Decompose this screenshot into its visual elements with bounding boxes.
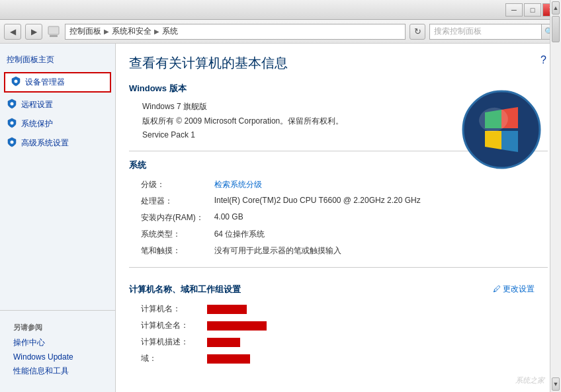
maximize-button[interactable]: □ xyxy=(524,3,541,17)
performance-label: 性能信息和工具 xyxy=(13,366,69,377)
scroll-thumb[interactable] xyxy=(552,16,560,42)
pc-key-name: 计算机名： xyxy=(136,301,202,317)
breadcrumb-part3: 系统 xyxy=(162,26,178,37)
sidebar-item-action-center[interactable]: 操作中心 xyxy=(7,335,108,350)
svg-point-2 xyxy=(15,80,18,83)
pc-value-name xyxy=(202,301,548,317)
scroll-up-icon: ▲ xyxy=(552,2,559,14)
sidebar-item-advanced[interactable]: 高级系统设置 xyxy=(0,134,115,153)
sidebar: 控制面板主页 设备管理器 xyxy=(0,44,116,392)
svg-point-3 xyxy=(11,102,14,106)
search-input[interactable]: 搜索控制面板 xyxy=(429,24,542,40)
shield-icon-device xyxy=(11,76,21,89)
table-row: 安装内存(RAM)： 4.00 GB xyxy=(136,210,455,226)
redacted-computer-fullname xyxy=(207,321,267,331)
system-table: 分级： 检索系统分级 处理器： Intel(R) Core(TM)2 Duo C… xyxy=(136,176,455,259)
scroll-down-icon: ▼ xyxy=(552,378,559,390)
scrollbar[interactable]: ▲ ▼ xyxy=(550,0,561,392)
svg-rect-0 xyxy=(48,26,59,34)
change-settings-link[interactable]: 🖊 更改设置 xyxy=(493,284,535,295)
table-row: 处理器： Intel(R) Core(TM)2 Duo CPU T6600 @ … xyxy=(136,193,455,210)
system-rating-link[interactable]: 检索系统分级 xyxy=(214,180,262,189)
scroll-up-button[interactable]: ▲ xyxy=(552,1,560,15)
pc-section-header: 计算机名称、域和工作组设置 🖊 更改设置 xyxy=(129,276,548,301)
pc-key-domain: 域： xyxy=(136,350,202,367)
table-row: 笔和触摸： 没有可用于此显示器的笔或触摸输入 xyxy=(136,243,455,259)
also-see-section: 另请参阅 操作中心 Windows Update 性能信息和工具 xyxy=(0,310,115,385)
breadcrumb-arrow2: ▶ xyxy=(154,28,159,35)
pc-key-desc: 计算机描述： xyxy=(136,334,202,350)
addressbar: ◀ ▶ 控制面板 ▶ 系统和安全 ▶ 系统 ↻ 搜索控制面板 🔍 xyxy=(0,20,561,44)
sidebar-item-label-remote: 远程设置 xyxy=(21,99,53,110)
change-settings-label: 更改设置 xyxy=(503,284,535,294)
page-title: 查看有关计算机的基本信息 xyxy=(129,54,548,72)
search-placeholder: 搜索控制面板 xyxy=(434,26,482,37)
system-key-rating: 分级： xyxy=(136,176,209,193)
pc-value-desc xyxy=(202,334,548,350)
home-label: 控制面板主页 xyxy=(7,54,54,65)
table-row: 系统类型： 64 位操作系统 xyxy=(136,226,455,243)
help-icon[interactable]: ? xyxy=(540,54,546,66)
shield-icon-protection xyxy=(7,118,17,130)
system-key-cpu: 处理器： xyxy=(136,193,209,210)
table-row: 域： xyxy=(136,350,548,367)
watermark: 系统之家 xyxy=(515,375,544,385)
sidebar-item-protection[interactable]: 系统保护 xyxy=(0,114,115,134)
table-row: 计算机名： xyxy=(136,301,548,317)
minimize-button[interactable]: ─ xyxy=(505,3,523,17)
divider-system xyxy=(129,267,548,268)
svg-rect-1 xyxy=(50,35,58,37)
breadcrumb-arrow1: ▶ xyxy=(104,28,109,35)
sidebar-item-label-device: 设备管理器 xyxy=(25,77,65,88)
content-area: ? 查看有关计算机的基本信息 Windows 版 xyxy=(116,44,561,392)
refresh-button[interactable]: ↻ xyxy=(410,24,425,40)
table-row: 分级： 检索系统分级 xyxy=(136,176,455,193)
change-settings-icon: 🖊 xyxy=(493,284,503,294)
main-layout: 控制面板主页 设备管理器 xyxy=(0,44,561,392)
windows-logo xyxy=(462,90,541,169)
system-value-ram: 4.00 GB xyxy=(209,210,455,226)
svg-point-4 xyxy=(11,122,14,125)
table-row: 计算机描述： xyxy=(136,334,548,350)
system-key-ram: 安装内存(RAM)： xyxy=(136,210,209,226)
system-value-cpu: Intel(R) Core(TM)2 Duo CPU T6600 @ 2.20G… xyxy=(209,193,455,210)
back-button[interactable]: ◀ xyxy=(4,24,21,40)
pc-value-fullname xyxy=(202,317,548,334)
system-key-pen: 笔和触摸： xyxy=(136,243,209,259)
system-value-type: 64 位操作系统 xyxy=(209,226,455,243)
shield-icon-advanced xyxy=(7,137,17,149)
svg-point-5 xyxy=(11,141,14,144)
sidebar-home-link[interactable]: 控制面板主页 xyxy=(0,50,115,69)
pc-name-table: 计算机名： 计算机全名： 计算机描述： 域： xyxy=(136,301,548,367)
sidebar-item-label-advanced: 高级系统设置 xyxy=(21,137,69,149)
scroll-down-button[interactable]: ▼ xyxy=(552,377,560,391)
redacted-computer-name xyxy=(207,305,247,314)
breadcrumb-part2: 系统和安全 xyxy=(112,26,151,37)
shield-icon-remote xyxy=(7,98,17,111)
action-center-label: 操作中心 xyxy=(13,337,45,348)
titlebar: ─ □ ✕ xyxy=(0,0,561,20)
system-value-pen: 没有可用于此显示器的笔或触摸输入 xyxy=(209,243,455,259)
redacted-domain xyxy=(207,354,250,364)
pc-section-label: 计算机名称、域和工作组设置 xyxy=(129,284,241,295)
sidebar-item-remote[interactable]: 远程设置 xyxy=(0,95,115,114)
system-key-type: 系统类型： xyxy=(136,226,209,243)
also-see-title: 另请参阅 xyxy=(7,317,108,335)
table-row: 计算机全名： xyxy=(136,317,548,334)
windows-update-label: Windows Update xyxy=(13,352,73,362)
sidebar-item-label-protection: 系统保护 xyxy=(21,118,53,130)
pc-value-domain xyxy=(202,350,548,367)
sidebar-item-performance[interactable]: 性能信息和工具 xyxy=(7,364,108,379)
breadcrumb[interactable]: 控制面板 ▶ 系统和安全 ▶ 系统 xyxy=(65,24,406,40)
sidebar-wrapper: 控制面板主页 设备管理器 xyxy=(0,50,115,385)
redacted-computer-desc xyxy=(207,338,240,347)
forward-button[interactable]: ▶ xyxy=(25,24,42,40)
sidebar-item-windows-update[interactable]: Windows Update xyxy=(7,350,108,364)
breadcrumb-part1: 控制面板 xyxy=(69,26,101,37)
location-icon xyxy=(46,24,61,39)
sidebar-item-device-manager[interactable]: 设备管理器 xyxy=(4,72,111,93)
pc-key-fullname: 计算机全名： xyxy=(136,317,202,334)
